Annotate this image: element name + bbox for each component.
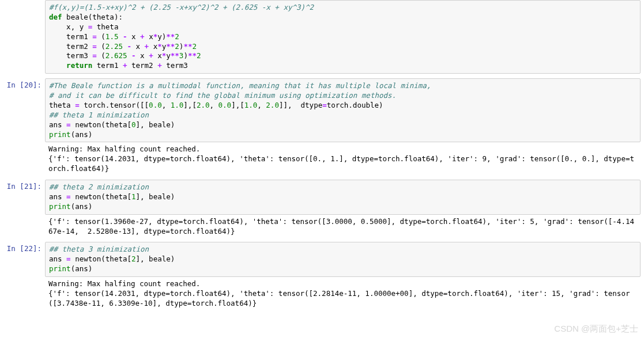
cell-area: #The Beale function is a multimodal func… (45, 78, 641, 175)
code-content: #The Beale function is a multimodal func… (49, 81, 637, 139)
notebook-cell: #f(x,y)=(1.5-x+xy)^2 + (2.25 -x+xy^2)^2 … (3, 0, 641, 74)
notebook-cell: In [22]: ## theta 3 minimization ans = n… (3, 242, 641, 309)
code-content: ## theta 2 minimization ans = newton(the… (49, 183, 637, 212)
code-input[interactable]: ## theta 3 minimization ans = newton(the… (45, 242, 641, 277)
cell-area: #f(x,y)=(1.5-x+xy)^2 + (2.25 -x+xy^2)^2 … (45, 0, 641, 74)
cell-area: ## theta 2 minimization ans = newton(the… (45, 180, 641, 237)
cell-prompt: In [22]: (3, 242, 45, 254)
code-content: ## theta 3 minimization ans = newton(the… (49, 245, 637, 274)
cell-output: Warning: Max halfing count reached. {'f'… (45, 277, 641, 310)
cell-output: {'f': tensor(1.3960e-27, dtype=torch.flo… (45, 215, 641, 238)
cell-area: ## theta 3 minimization ans = newton(the… (45, 242, 641, 309)
code-input[interactable]: ## theta 2 minimization ans = newton(the… (45, 180, 641, 215)
notebook-cell: In [20]: #The Beale function is a multim… (3, 78, 641, 175)
cell-prompt (3, 0, 45, 2)
code-input[interactable]: #f(x,y)=(1.5-x+xy)^2 + (2.25 -x+xy^2)^2 … (45, 0, 641, 74)
cell-prompt: In [21]: (3, 180, 45, 192)
notebook-cell: In [21]: ## theta 2 minimization ans = n… (3, 180, 641, 237)
code-content: #f(x,y)=(1.5-x+xy)^2 + (2.25 -x+xy^2)^2 … (49, 3, 637, 71)
code-input[interactable]: #The Beale function is a multimodal func… (45, 78, 641, 142)
notebook-wrapper: #f(x,y)=(1.5-x+xy)^2 + (2.25 -x+xy^2)^2 … (0, 0, 644, 310)
cell-output: Warning: Max halfing count reached. {'f'… (45, 142, 641, 175)
cell-prompt: In [20]: (3, 78, 45, 90)
